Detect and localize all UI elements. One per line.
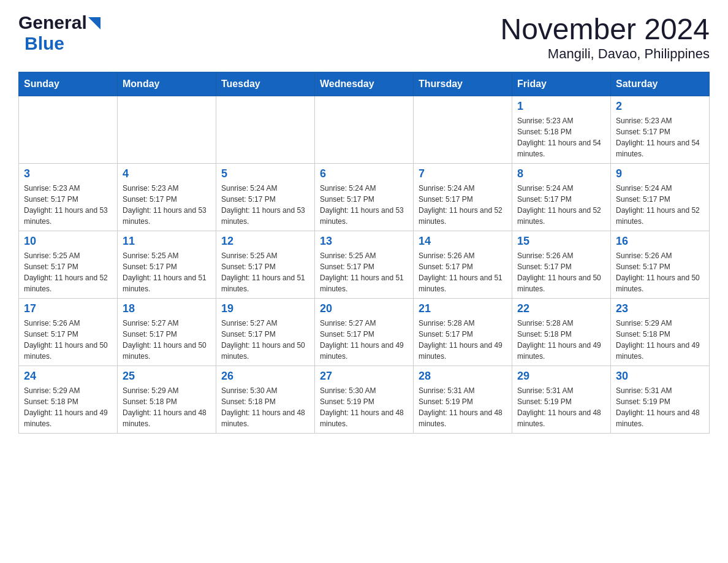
day-info: Sunrise: 5:26 AMSunset: 5:17 PMDaylight:… xyxy=(517,250,605,294)
calendar-cell: 11Sunrise: 5:25 AMSunset: 5:17 PMDayligh… xyxy=(118,231,216,299)
day-number: 10 xyxy=(24,235,112,248)
calendar-cell: 25Sunrise: 5:29 AMSunset: 5:18 PMDayligh… xyxy=(118,366,216,434)
day-info: Sunrise: 5:26 AMSunset: 5:17 PMDaylight:… xyxy=(419,250,507,294)
day-info: Sunrise: 5:24 AMSunset: 5:17 PMDaylight:… xyxy=(517,183,605,227)
day-number: 11 xyxy=(123,235,211,248)
calendar-cell: 9Sunrise: 5:24 AMSunset: 5:17 PMDaylight… xyxy=(611,164,710,231)
logo: General Blue xyxy=(18,12,100,54)
weekday-header-wednesday: Wednesday xyxy=(315,72,414,96)
week-row-4: 17Sunrise: 5:26 AMSunset: 5:17 PMDayligh… xyxy=(19,299,710,366)
day-info: Sunrise: 5:31 AMSunset: 5:19 PMDaylight:… xyxy=(419,385,507,429)
day-info: Sunrise: 5:28 AMSunset: 5:18 PMDaylight:… xyxy=(517,318,605,362)
logo-general: General xyxy=(18,12,87,33)
calendar-cell: 17Sunrise: 5:26 AMSunset: 5:17 PMDayligh… xyxy=(19,299,118,366)
calendar-cell: 13Sunrise: 5:25 AMSunset: 5:17 PMDayligh… xyxy=(315,231,414,299)
day-info: Sunrise: 5:23 AMSunset: 5:17 PMDaylight:… xyxy=(24,183,112,227)
calendar-cell: 10Sunrise: 5:25 AMSunset: 5:17 PMDayligh… xyxy=(19,231,118,299)
weekday-header-row: SundayMondayTuesdayWednesdayThursdayFrid… xyxy=(19,72,710,96)
day-number: 24 xyxy=(24,370,112,383)
day-info: Sunrise: 5:23 AMSunset: 5:17 PMDaylight:… xyxy=(123,183,211,227)
day-number: 18 xyxy=(123,302,211,315)
calendar-table: SundayMondayTuesdayWednesdayThursdayFrid… xyxy=(18,72,710,434)
day-number: 3 xyxy=(24,167,112,180)
day-info: Sunrise: 5:27 AMSunset: 5:17 PMDaylight:… xyxy=(320,318,408,362)
day-info: Sunrise: 5:29 AMSunset: 5:18 PMDaylight:… xyxy=(24,385,112,429)
calendar-cell xyxy=(216,96,315,164)
day-number: 14 xyxy=(419,235,507,248)
day-info: Sunrise: 5:24 AMSunset: 5:17 PMDaylight:… xyxy=(616,183,704,227)
day-number: 21 xyxy=(419,302,507,315)
day-number: 7 xyxy=(419,167,507,180)
day-info: Sunrise: 5:24 AMSunset: 5:17 PMDaylight:… xyxy=(221,183,309,227)
calendar-cell: 23Sunrise: 5:29 AMSunset: 5:18 PMDayligh… xyxy=(611,299,710,366)
calendar-cell: 7Sunrise: 5:24 AMSunset: 5:17 PMDaylight… xyxy=(414,164,512,231)
day-number: 28 xyxy=(419,370,507,383)
calendar-cell: 1Sunrise: 5:23 AMSunset: 5:18 PMDaylight… xyxy=(512,96,611,164)
calendar-cell: 5Sunrise: 5:24 AMSunset: 5:17 PMDaylight… xyxy=(216,164,315,231)
day-number: 15 xyxy=(517,235,605,248)
day-number: 1 xyxy=(517,100,605,113)
day-info: Sunrise: 5:30 AMSunset: 5:19 PMDaylight:… xyxy=(320,385,408,429)
day-number: 6 xyxy=(320,167,408,180)
day-number: 19 xyxy=(221,302,309,315)
day-number: 29 xyxy=(517,370,605,383)
day-number: 16 xyxy=(616,235,704,248)
calendar-cell: 26Sunrise: 5:30 AMSunset: 5:18 PMDayligh… xyxy=(216,366,315,434)
calendar-cell: 27Sunrise: 5:30 AMSunset: 5:19 PMDayligh… xyxy=(315,366,414,434)
weekday-header-friday: Friday xyxy=(512,72,611,96)
calendar-cell xyxy=(19,96,118,164)
calendar-cell: 20Sunrise: 5:27 AMSunset: 5:17 PMDayligh… xyxy=(315,299,414,366)
day-info: Sunrise: 5:29 AMSunset: 5:18 PMDaylight:… xyxy=(123,385,211,429)
week-row-3: 10Sunrise: 5:25 AMSunset: 5:17 PMDayligh… xyxy=(19,231,710,299)
day-info: Sunrise: 5:24 AMSunset: 5:17 PMDaylight:… xyxy=(320,183,408,227)
calendar-cell: 2Sunrise: 5:23 AMSunset: 5:17 PMDaylight… xyxy=(611,96,710,164)
day-info: Sunrise: 5:25 AMSunset: 5:17 PMDaylight:… xyxy=(123,250,211,294)
day-number: 9 xyxy=(616,167,704,180)
calendar-cell: 16Sunrise: 5:26 AMSunset: 5:17 PMDayligh… xyxy=(611,231,710,299)
calendar-cell: 19Sunrise: 5:27 AMSunset: 5:17 PMDayligh… xyxy=(216,299,315,366)
calendar-cell: 18Sunrise: 5:27 AMSunset: 5:17 PMDayligh… xyxy=(118,299,216,366)
logo-triangle-icon xyxy=(88,17,100,29)
day-number: 30 xyxy=(616,370,704,383)
day-info: Sunrise: 5:25 AMSunset: 5:17 PMDaylight:… xyxy=(320,250,408,294)
calendar-cell: 15Sunrise: 5:26 AMSunset: 5:17 PMDayligh… xyxy=(512,231,611,299)
calendar-cell: 4Sunrise: 5:23 AMSunset: 5:17 PMDaylight… xyxy=(118,164,216,231)
day-number: 26 xyxy=(221,370,309,383)
day-number: 4 xyxy=(123,167,211,180)
day-info: Sunrise: 5:25 AMSunset: 5:17 PMDaylight:… xyxy=(221,250,309,294)
weekday-header-tuesday: Tuesday xyxy=(216,72,315,96)
calendar-cell: 28Sunrise: 5:31 AMSunset: 5:19 PMDayligh… xyxy=(414,366,512,434)
day-number: 13 xyxy=(320,235,408,248)
week-row-1: 1Sunrise: 5:23 AMSunset: 5:18 PMDaylight… xyxy=(19,96,710,164)
day-number: 17 xyxy=(24,302,112,315)
day-info: Sunrise: 5:27 AMSunset: 5:17 PMDaylight:… xyxy=(123,318,211,362)
calendar-cell: 30Sunrise: 5:31 AMSunset: 5:19 PMDayligh… xyxy=(611,366,710,434)
day-info: Sunrise: 5:31 AMSunset: 5:19 PMDaylight:… xyxy=(517,385,605,429)
title-section: November 2024 Mangili, Davao, Philippine… xyxy=(500,12,710,62)
day-info: Sunrise: 5:26 AMSunset: 5:17 PMDaylight:… xyxy=(24,318,112,362)
page-header: General Blue November 2024 Mangili, Dava… xyxy=(18,12,710,62)
calendar-cell: 24Sunrise: 5:29 AMSunset: 5:18 PMDayligh… xyxy=(19,366,118,434)
weekday-header-saturday: Saturday xyxy=(611,72,710,96)
day-number: 12 xyxy=(221,235,309,248)
calendar-cell: 12Sunrise: 5:25 AMSunset: 5:17 PMDayligh… xyxy=(216,231,315,299)
calendar-subtitle: Mangili, Davao, Philippines xyxy=(500,46,710,62)
day-info: Sunrise: 5:30 AMSunset: 5:18 PMDaylight:… xyxy=(221,385,309,429)
day-number: 25 xyxy=(123,370,211,383)
day-number: 5 xyxy=(221,167,309,180)
day-info: Sunrise: 5:23 AMSunset: 5:17 PMDaylight:… xyxy=(616,115,704,159)
day-info: Sunrise: 5:26 AMSunset: 5:17 PMDaylight:… xyxy=(616,250,704,294)
calendar-cell: 22Sunrise: 5:28 AMSunset: 5:18 PMDayligh… xyxy=(512,299,611,366)
week-row-2: 3Sunrise: 5:23 AMSunset: 5:17 PMDaylight… xyxy=(19,164,710,231)
day-info: Sunrise: 5:24 AMSunset: 5:17 PMDaylight:… xyxy=(419,183,507,227)
day-number: 27 xyxy=(320,370,408,383)
calendar-title: November 2024 xyxy=(500,12,710,46)
calendar-cell: 3Sunrise: 5:23 AMSunset: 5:17 PMDaylight… xyxy=(19,164,118,231)
weekday-header-thursday: Thursday xyxy=(414,72,512,96)
weekday-header-monday: Monday xyxy=(118,72,216,96)
day-number: 23 xyxy=(616,302,704,315)
day-number: 8 xyxy=(517,167,605,180)
day-info: Sunrise: 5:28 AMSunset: 5:17 PMDaylight:… xyxy=(419,318,507,362)
calendar-cell: 29Sunrise: 5:31 AMSunset: 5:19 PMDayligh… xyxy=(512,366,611,434)
svg-marker-0 xyxy=(88,17,100,29)
